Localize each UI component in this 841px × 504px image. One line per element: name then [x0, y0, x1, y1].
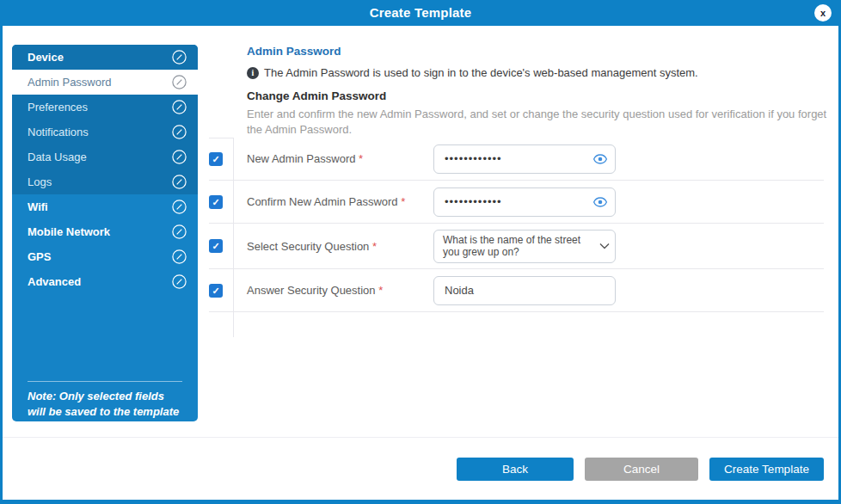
edit-icon — [172, 125, 187, 139]
field-label: Confirm New Admin Password * — [234, 195, 433, 208]
required-mark: * — [378, 284, 383, 297]
edit-icon — [172, 175, 187, 189]
sidebar-item-logs[interactable]: Logs — [12, 169, 198, 194]
field-label: Answer Security Question * — [234, 284, 433, 297]
edit-icon — [172, 100, 187, 114]
required-mark: * — [401, 195, 405, 208]
sidebar-item-notifications[interactable]: Notifications — [12, 120, 198, 144]
security-answer-checkbox[interactable]: ✓ — [209, 284, 223, 298]
field-label: Select Security Question * — [234, 240, 433, 253]
security-answer-input[interactable] — [433, 276, 616, 305]
form-table: ✓ New Admin Password * ✓ Confirm New Adm… — [209, 138, 824, 337]
cancel-button[interactable]: Cancel — [585, 458, 698, 481]
sidebar-section-other: Wifi Mobile Network GPS Advanced — [12, 194, 198, 294]
dialog-title: Create Template — [0, 5, 841, 20]
sidebar-item-data-usage[interactable]: Data Usage — [12, 144, 198, 169]
confirm-admin-password-input[interactable] — [433, 187, 616, 217]
form-row-security-answer: ✓ Answer Security Question * — [209, 269, 824, 312]
create-template-dialog: Create Template x Device Admin Password … — [0, 0, 841, 504]
info-icon: i — [247, 67, 259, 79]
field-label: New Admin Password * — [234, 152, 433, 165]
new-admin-password-input[interactable] — [433, 144, 616, 174]
sidebar-item-admin-password[interactable]: Admin Password — [12, 70, 198, 95]
new-admin-password-checkbox[interactable]: ✓ — [209, 152, 223, 166]
back-button[interactable]: Back — [457, 458, 574, 481]
note-prefix: Note: — [28, 390, 56, 403]
sidebar-item-advanced[interactable]: Advanced — [12, 269, 198, 294]
edit-icon — [172, 249, 187, 264]
section-title: Change Admin Password — [247, 89, 386, 102]
info-text: The Admin Password is used to sign in to… — [264, 66, 698, 79]
required-mark: * — [372, 240, 377, 253]
close-icon[interactable]: x — [814, 4, 832, 22]
chevron-down-icon — [599, 243, 610, 249]
security-question-select[interactable]: What is the name of the street you grew … — [433, 230, 616, 263]
footer-buttons: Back Cancel Create Template — [457, 458, 824, 481]
edit-icon — [172, 50, 187, 65]
security-question-checkbox[interactable]: ✓ — [209, 239, 223, 253]
sidebar-item-preferences[interactable]: Preferences — [12, 95, 198, 120]
footer-divider — [3, 437, 838, 438]
sidebar-item-gps[interactable]: GPS — [12, 244, 198, 269]
dialog-titlebar: Create Template x — [0, 0, 841, 26]
eye-icon[interactable] — [593, 197, 607, 207]
edit-icon — [172, 274, 187, 289]
confirm-admin-password-checkbox[interactable]: ✓ — [209, 195, 223, 209]
eye-icon[interactable] — [593, 154, 607, 164]
sidebar-item-wifi[interactable]: Wifi — [12, 194, 198, 219]
sidebar-section-device: Device Admin Password Preferences Notifi… — [12, 45, 198, 194]
edit-icon — [172, 75, 187, 89]
edit-icon — [172, 200, 187, 214]
edit-icon — [172, 150, 187, 164]
info-line: i The Admin Password is used to sign in … — [247, 66, 698, 79]
note-divider — [28, 381, 182, 382]
section-description: Enter and confirm the new Admin Password… — [247, 107, 828, 137]
create-template-button[interactable]: Create Template — [709, 458, 824, 481]
sidebar: Device Admin Password Preferences Notifi… — [12, 45, 198, 421]
sidebar-note: Note: Only selected fields will be saved… — [12, 373, 198, 420]
form-row-security-question: ✓ Select Security Question * What is the… — [209, 224, 824, 269]
form-row-confirm-admin-password: ✓ Confirm New Admin Password * — [209, 181, 824, 224]
form-row-empty — [209, 312, 824, 337]
sidebar-item-device[interactable]: Device — [12, 45, 198, 70]
form-row-new-admin-password: ✓ New Admin Password * — [209, 138, 824, 181]
edit-icon — [172, 224, 187, 239]
page-title: Admin Password — [247, 45, 341, 58]
sidebar-item-mobile-network[interactable]: Mobile Network — [12, 219, 198, 244]
required-mark: * — [359, 152, 363, 165]
note-text: Note: Only selected fields will be saved… — [28, 389, 184, 420]
